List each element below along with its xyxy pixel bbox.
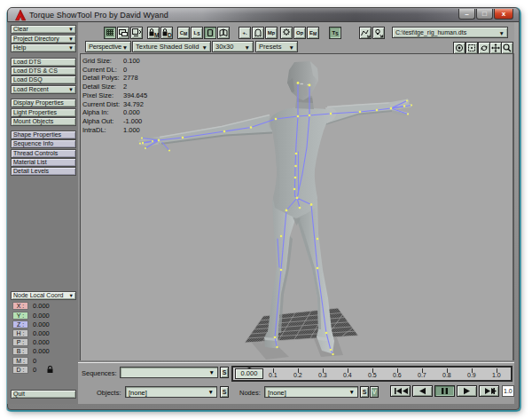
svg-text:M: M <box>154 32 159 38</box>
svg-text:D: D <box>168 32 172 38</box>
